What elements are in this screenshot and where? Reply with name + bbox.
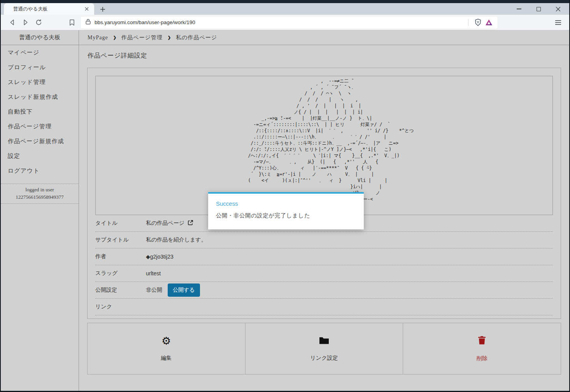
lock-icon xyxy=(86,19,91,26)
browser-window: 普通のやる夫板 xyxy=(0,0,570,392)
maximize-icon[interactable] xyxy=(534,5,543,13)
window-top-edge xyxy=(1,0,569,3)
toast-title: Success xyxy=(216,200,356,207)
breadcrumb-mypage[interactable]: MyPage xyxy=(88,35,108,41)
back-icon[interactable] xyxy=(6,17,18,28)
detail-label: リンク xyxy=(95,303,146,310)
reload-icon[interactable] xyxy=(33,17,44,28)
sidebar-item-workpage-manage[interactable]: 作品ページ管理 xyxy=(1,119,79,134)
sidebar-board-title: 普通のやる夫板 xyxy=(1,30,79,45)
new-tab-icon[interactable] xyxy=(97,4,108,15)
tab-close-icon[interactable] xyxy=(83,5,90,12)
logged-in-user-id: 1227566156958949377 xyxy=(1,193,79,201)
detail-label: サブタイトル xyxy=(95,236,146,243)
edit-button[interactable]: ⚙ 編集 xyxy=(87,323,246,374)
sidebar-item-logout[interactable]: ログアウト xyxy=(1,163,79,178)
breadcrumb: MyPage ❯ 作品ページ管理 ❯ 私の作品ページ xyxy=(79,30,569,45)
bat-triangle-icon[interactable] xyxy=(483,18,494,28)
publish-status: 非公開 xyxy=(146,287,162,294)
detail-label: タイトル xyxy=(95,220,146,227)
close-icon[interactable] xyxy=(554,5,562,13)
page-title: 作品ページ詳細設定 xyxy=(88,52,569,60)
sidebar-item-auto-post[interactable]: 自動投下 xyxy=(1,104,79,119)
detail-row-subtitle: サブタイトル 私の作品を紹介します。 xyxy=(95,232,553,248)
publish-button[interactable]: 公開する xyxy=(168,284,200,297)
detail-value-subtitle: 私の作品を紹介します。 xyxy=(146,236,207,243)
detail-label: 公開設定 xyxy=(95,287,146,294)
detail-value-title: 私の作品ページ xyxy=(146,220,184,227)
url-bar[interactable]: bbs.yaruyomi.com/ban/user-page/work/190 xyxy=(81,17,497,28)
browser-tab[interactable]: 普通のやる夫板 xyxy=(4,3,94,15)
page-body: 普通のやる夫板 マイページ プロフィール スレッド管理 スレッド新規作成 自動投… xyxy=(1,30,569,391)
breadcrumb-separator-icon: ❯ xyxy=(113,35,116,40)
sidebar: 普通のやる夫板 マイページ プロフィール スレッド管理 スレッド新規作成 自動投… xyxy=(1,30,79,391)
folder-icon xyxy=(319,336,329,346)
delete-label: 削除 xyxy=(477,355,488,362)
breadcrumb-current: 私の作品ページ xyxy=(176,34,217,41)
detail-row-link: リンク xyxy=(95,299,553,315)
trash-icon xyxy=(478,336,486,346)
minimize-icon[interactable] xyxy=(515,5,523,13)
link-settings-label: リンク設定 xyxy=(310,355,338,362)
tab-title: 普通のやる夫板 xyxy=(13,6,83,12)
external-link-icon[interactable] xyxy=(188,220,193,227)
breadcrumb-workpage-manage[interactable]: 作品ページ管理 xyxy=(121,34,163,41)
brave-shield-icon[interactable] xyxy=(472,18,483,28)
window-controls xyxy=(515,3,565,15)
success-toast: Success 公開・非公開の設定が完了しました xyxy=(208,192,364,229)
toast-message: 公開・非公開の設定が完了しました xyxy=(216,212,356,219)
detail-value-slug: urltest xyxy=(146,270,161,276)
url-divider xyxy=(468,19,468,26)
breadcrumb-separator-icon: ❯ xyxy=(168,35,171,40)
link-settings-button[interactable]: リンク設定 xyxy=(246,323,403,374)
gear-icon: ⚙ xyxy=(161,336,171,346)
delete-button[interactable]: 削除 xyxy=(403,323,561,374)
browser-toolbar: bbs.yaruyomi.com/ban/user-page/work/190 xyxy=(1,15,569,30)
action-bar: ⚙ 編集 リンク設定 削除 xyxy=(87,323,561,374)
detail-row-publish: 公開設定 非公開 公開する xyxy=(95,282,553,299)
sidebar-item-mypage[interactable]: マイページ xyxy=(1,45,79,60)
sidebar-item-profile[interactable]: プロフィール xyxy=(1,60,79,75)
forward-icon[interactable] xyxy=(19,17,31,28)
menu-icon[interactable] xyxy=(552,17,564,28)
sidebar-item-settings[interactable]: 設定 xyxy=(1,149,79,163)
tab-bar: 普通のやる夫板 xyxy=(1,3,569,15)
bookmark-icon[interactable] xyxy=(66,17,78,28)
detail-label: スラッグ xyxy=(95,270,146,277)
sidebar-item-thread-new[interactable]: スレッド新規作成 xyxy=(1,89,79,104)
detail-row-author: 作者 ◆g2jo3tij23 xyxy=(95,248,553,265)
detail-label: 作者 xyxy=(95,253,146,260)
logged-in-label: logged in user xyxy=(1,186,79,193)
detail-value-author: ◆g2jo3tij23 xyxy=(146,254,174,260)
detail-row-slug: スラッグ urltest xyxy=(95,265,553,282)
sidebar-item-thread-manage[interactable]: スレッド管理 xyxy=(1,75,79,89)
logged-in-user-box: logged in user 1227566156958949377 xyxy=(1,184,79,204)
edit-label: 編集 xyxy=(161,355,172,362)
sidebar-item-workpage-new[interactable]: 作品ページ新規作成 xyxy=(1,134,79,149)
url-text: bbs.yaruyomi.com/ban/user-page/work/190 xyxy=(95,19,464,25)
main-content: MyPage ❯ 作品ページ管理 ❯ 私の作品ページ 作品ページ詳細設定 , -… xyxy=(79,30,569,391)
